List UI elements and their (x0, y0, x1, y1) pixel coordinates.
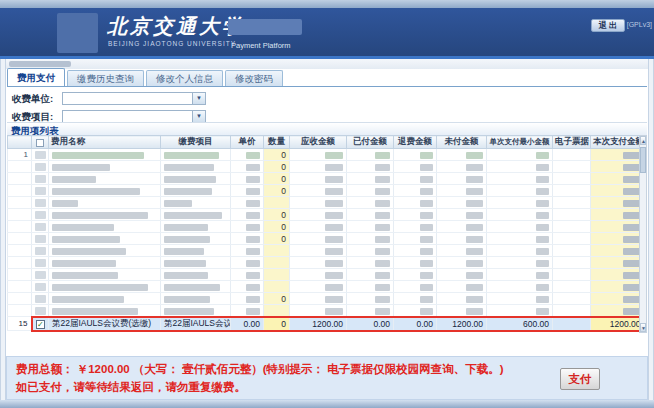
refund-redacted (394, 245, 437, 257)
checkbox-redacted[interactable] (35, 175, 46, 183)
checkbox-redacted[interactable] (35, 187, 46, 195)
row-checkbox[interactable] (32, 149, 49, 161)
table-row[interactable]: 0 (8, 293, 645, 305)
table-row[interactable] (8, 245, 645, 257)
checkbox-redacted[interactable] (35, 307, 46, 315)
table-row[interactable]: 0 (8, 221, 645, 233)
fee-name-redacted (49, 161, 161, 173)
row-checkbox[interactable] (32, 197, 49, 209)
paid-redacted (347, 197, 394, 209)
table-row[interactable]: 0 (8, 173, 645, 185)
col-unpaid[interactable]: 未付金额 (437, 136, 487, 149)
col-unit-price[interactable]: 单价 (231, 136, 264, 149)
checkbox-redacted[interactable] (35, 199, 46, 207)
unit-price-redacted (231, 257, 264, 269)
row-checkbox[interactable] (32, 293, 49, 305)
tab-2[interactable]: 修改个人信息 (146, 70, 223, 86)
table-row[interactable] (8, 305, 645, 317)
row-checkbox[interactable] (32, 233, 49, 245)
row-checkbox[interactable] (32, 185, 49, 197)
unit-price-redacted (231, 269, 264, 281)
checkbox-redacted[interactable] (35, 259, 46, 267)
checkbox-redacted[interactable] (35, 283, 46, 291)
paid-redacted (347, 173, 394, 185)
e-invoice-cell (553, 221, 591, 233)
checkbox-redacted[interactable] (35, 151, 46, 159)
pay-amount-redacted (591, 209, 645, 221)
logout-button[interactable]: 退 出 (591, 19, 625, 32)
table-scrollbar[interactable]: ▲ ▼ (639, 135, 647, 333)
checkbox-redacted[interactable] (35, 247, 46, 255)
fee-name-redacted (49, 197, 161, 209)
row-checkbox[interactable] (32, 281, 49, 293)
checkbox-redacted[interactable] (35, 271, 46, 279)
pay-item-redacted (161, 233, 231, 245)
fee-name-redacted (49, 173, 161, 185)
row-checkbox[interactable] (32, 257, 49, 269)
col-min-payment[interactable]: 单次支付最小金额 (487, 136, 553, 149)
table-row[interactable]: 0 (8, 233, 645, 245)
tab-0[interactable]: 费用支付 (7, 68, 65, 86)
table-row[interactable]: 10 (8, 149, 645, 161)
col-fee-name[interactable]: 费用名称 (49, 136, 161, 149)
checkbox-icon[interactable] (36, 139, 44, 147)
row-checkbox[interactable] (32, 173, 49, 185)
table-row[interactable] (8, 197, 645, 209)
row-checkbox[interactable] (32, 161, 49, 173)
checkbox-redacted[interactable] (35, 235, 46, 243)
redacted-header-text (228, 19, 302, 35)
row-checkbox[interactable] (32, 245, 49, 257)
pay-item-redacted (161, 305, 231, 317)
table-row[interactable] (8, 257, 645, 269)
checkbox-redacted[interactable] (35, 295, 46, 303)
table-row[interactable] (8, 269, 645, 281)
checkbox-checked-icon[interactable]: ✓ (36, 320, 45, 329)
pay-amount-redacted (591, 305, 645, 317)
col-paid[interactable]: 已付金额 (347, 136, 394, 149)
quantity-value: 0 (264, 149, 290, 161)
col-e-invoice[interactable]: 电子票据 (553, 136, 591, 149)
university-name-en: BEIJING JIAOTONG UNIVERSITY (108, 40, 236, 47)
col-pay-item[interactable]: 缴费项目 (161, 136, 231, 149)
min-pay-redacted (487, 257, 553, 269)
row-checkbox[interactable] (32, 269, 49, 281)
quantity-value[interactable]: 0 (264, 317, 290, 331)
scrollbar-thumb[interactable] (640, 147, 646, 173)
scroll-up-icon[interactable]: ▲ (640, 136, 646, 145)
fee-unit-select[interactable]: ▼ (62, 92, 206, 105)
col-quantity[interactable]: 数量 (264, 136, 290, 149)
receivable-redacted (290, 257, 347, 269)
checkbox-redacted[interactable] (35, 163, 46, 171)
table-row[interactable] (8, 281, 645, 293)
table-row[interactable]: 0 (8, 209, 645, 221)
tab-3[interactable]: 修改密码 (225, 70, 283, 86)
chevron-down-icon[interactable]: ▼ (192, 111, 205, 122)
fee-name-redacted (49, 221, 161, 233)
refund-redacted (394, 209, 437, 221)
table-row[interactable]: 0 (8, 185, 645, 197)
receivable-redacted (290, 233, 347, 245)
row-checkbox[interactable] (32, 209, 49, 221)
row-checkbox[interactable] (32, 221, 49, 233)
col-pay-amount[interactable]: 本次支付金额 (591, 136, 645, 149)
tab-1[interactable]: 缴费历史查询 (67, 70, 144, 86)
receivable-redacted (290, 221, 347, 233)
checkbox-redacted[interactable] (35, 223, 46, 231)
row-checkbox[interactable]: ✓ (32, 317, 49, 331)
select-all-checkbox[interactable] (32, 136, 49, 149)
pay-amount[interactable]: 1200.00 (591, 317, 645, 331)
chevron-down-icon[interactable]: ▼ (192, 93, 205, 104)
selected-fee-row[interactable]: 15✓第22届IAULS会议费(选缴)第22届IAULS会议费0.0001200… (8, 317, 645, 331)
table-row[interactable]: 0 (8, 161, 645, 173)
receivable-redacted (290, 281, 347, 293)
scroll-down-icon[interactable]: ▼ (640, 323, 646, 332)
col-receivable[interactable]: 应收金额 (290, 136, 347, 149)
checkbox-redacted[interactable] (35, 211, 46, 219)
window-top-strip (0, 0, 654, 8)
quantity-value: 0 (264, 293, 290, 305)
row-checkbox[interactable] (32, 305, 49, 317)
min-pay-redacted (487, 161, 553, 173)
pay-button[interactable]: 支付 (560, 368, 600, 390)
col-refund[interactable]: 退费金额 (394, 136, 437, 149)
refund-redacted (394, 257, 437, 269)
